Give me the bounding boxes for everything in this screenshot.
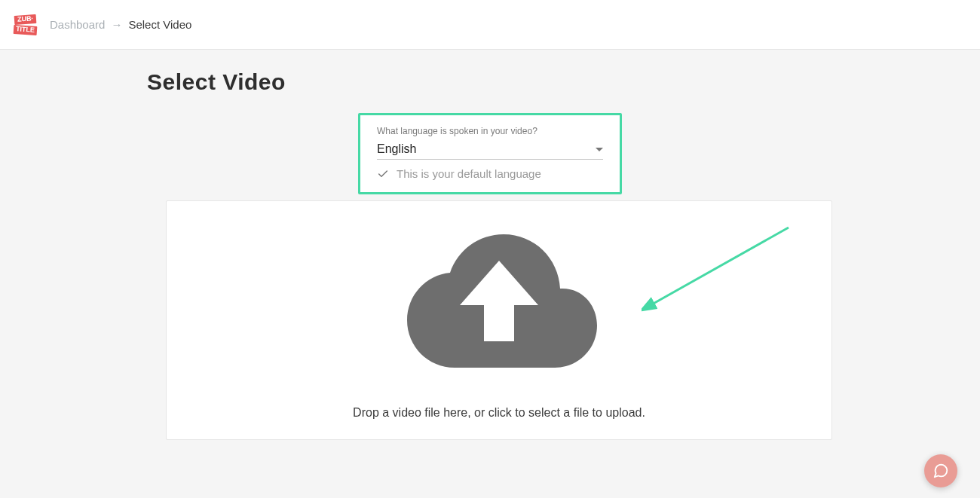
language-select[interactable]: English <box>377 141 603 160</box>
language-label: What language is spoken in your video? <box>377 126 603 136</box>
breadcrumb-current: Select Video <box>128 18 191 31</box>
language-box-highlight: What language is spoken in your video? E… <box>358 113 622 194</box>
breadcrumb-dashboard[interactable]: Dashboard <box>50 18 105 31</box>
page-body: Select Video What language is spoken in … <box>0 50 980 470</box>
breadcrumb-separator: → <box>111 18 122 31</box>
page-title: Select Video <box>147 69 833 95</box>
app-header: ZUB· TITLE Dashboard → Select Video <box>0 0 980 50</box>
help-button[interactable] <box>924 454 957 487</box>
upload-dropzone[interactable]: Drop a video file here, or click to sele… <box>166 200 832 440</box>
logo-line2: TITLE <box>13 24 37 35</box>
language-note-text: This is your default language <box>397 167 541 180</box>
logo-line1: ZUB· <box>14 14 36 25</box>
upload-instruction: Drop a video file here, or click to sele… <box>353 406 645 420</box>
svg-line-0 <box>651 228 789 305</box>
check-icon <box>377 168 389 180</box>
cloud-upload-icon <box>398 227 600 370</box>
annotation-arrow-icon <box>642 224 792 314</box>
chevron-down-icon <box>596 148 603 151</box>
breadcrumb: Dashboard → Select Video <box>50 18 191 31</box>
app-logo[interactable]: ZUB· TITLE <box>14 11 36 38</box>
chat-icon <box>933 463 949 479</box>
language-value: English <box>377 142 416 156</box>
language-note-row: This is your default language <box>377 160 603 180</box>
